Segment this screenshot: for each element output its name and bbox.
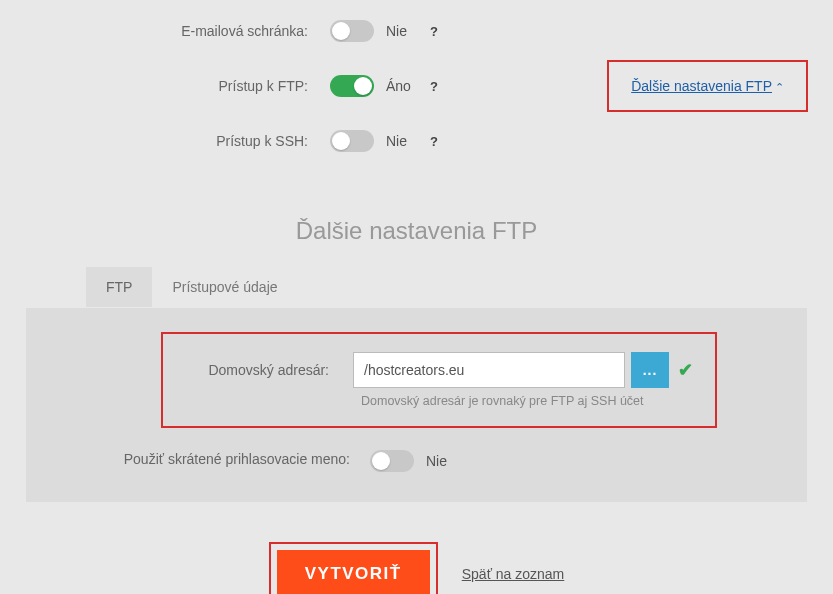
ssh-label: Prístup k SSH: [30, 133, 330, 149]
more-ftp-highlight: Ďalšie nastavenia FTP⌃ [607, 60, 808, 112]
home-dir-helper: Domovský adresár je rovnaký pre FTP aj S… [361, 394, 695, 408]
email-row: E-mailová schránka: Nie ? [30, 20, 803, 42]
browse-button[interactable]: ... [631, 352, 669, 388]
home-dir-label: Domovský adresár: [163, 362, 343, 378]
email-label: E-mailová schránka: [30, 23, 330, 39]
home-dir-input[interactable] [353, 352, 625, 388]
ftp-settings-section: Ďalšie nastavenia FTP FTP Prístupové úda… [0, 217, 833, 502]
help-icon[interactable]: ? [426, 23, 442, 39]
ftp-tabs: FTP Prístupové údaje [0, 267, 833, 308]
ftp-label: Prístup k FTP: [30, 78, 330, 94]
footer-actions: VYTVORIŤ Späť na zoznam [0, 502, 833, 594]
ssh-toggle[interactable] [330, 130, 374, 152]
tab-content-ftp: Domovský adresár: ... ✔ Domovský adresár… [26, 308, 807, 502]
ssh-toggle-value: Nie [386, 133, 414, 149]
help-icon[interactable]: ? [426, 78, 442, 94]
help-icon[interactable]: ? [426, 133, 442, 149]
short-login-value: Nie [426, 453, 454, 469]
ftp-toggle-value: Áno [386, 78, 414, 94]
ssh-row: Prístup k SSH: Nie ? [30, 130, 803, 152]
ftp-toggle[interactable] [330, 75, 374, 97]
email-toggle-value: Nie [386, 23, 414, 39]
access-options-section: E-mailová schránka: Nie ? Prístup k FTP:… [0, 0, 833, 177]
short-login-label: Použiť skrátené prihlasovacie meno: [90, 450, 370, 469]
create-button-highlight: VYTVORIŤ [269, 542, 438, 594]
back-to-list-link[interactable]: Späť na zoznam [462, 566, 565, 582]
ftp-row: Prístup k FTP: Áno ? Ďalšie nastavenia F… [30, 60, 803, 112]
more-ftp-link-text: Ďalšie nastavenia FTP [631, 78, 772, 94]
email-toggle[interactable] [330, 20, 374, 42]
chevron-up-icon: ⌃ [775, 81, 784, 94]
tab-access-data[interactable]: Prístupové údaje [152, 267, 297, 307]
tab-ftp[interactable]: FTP [86, 267, 152, 307]
create-button[interactable]: VYTVORIŤ [277, 550, 430, 594]
check-icon: ✔ [675, 359, 695, 381]
short-login-toggle[interactable] [370, 450, 414, 472]
more-ftp-settings-link[interactable]: Ďalšie nastavenia FTP⌃ [631, 78, 784, 94]
ftp-section-title: Ďalšie nastavenia FTP [0, 217, 833, 245]
home-dir-highlight: Domovský adresár: ... ✔ Domovský adresár… [161, 332, 717, 428]
short-login-row: Použiť skrátené prihlasovacie meno: Nie [56, 450, 777, 472]
